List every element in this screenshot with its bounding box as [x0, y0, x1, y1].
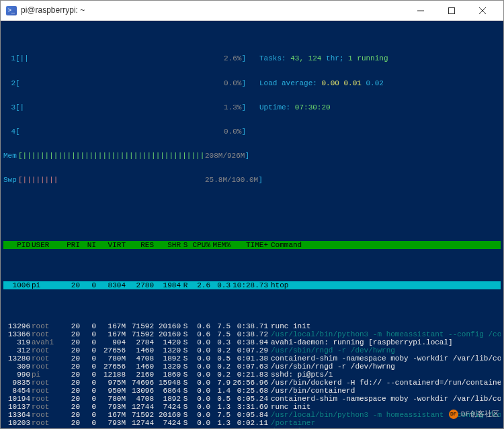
process-row[interactable]: 10137root200793M127447424S0.01.33:31.69r… — [3, 403, 501, 411]
window-title: pi@raspberrypi: ~ — [21, 6, 405, 15]
process-row[interactable]: 319avahi20090427841420S0.00.30:38.94avah… — [3, 338, 501, 346]
hdr-time[interactable]: TIME+ — [230, 241, 271, 249]
tasks-total: 124 — [308, 54, 322, 62]
cpu1-label: 1 — [3, 54, 15, 62]
mem-value: 208M/926M — [205, 152, 245, 160]
process-row[interactable]: 10202root200793M127447424S0.01.30:09.77/… — [3, 427, 501, 428]
load-3: 0.02 — [366, 79, 383, 87]
process-row[interactable]: 13280root200780M47081892S0.00.50:01.38co… — [3, 354, 501, 363]
watermark-text: DF创客社区 — [461, 410, 499, 418]
cpu2-bar: [ — [15, 79, 224, 87]
hdr-user[interactable]: USER — [32, 241, 62, 249]
cpu1-bar: [|| — [15, 54, 224, 62]
swp-value: 25.8M/100.0M — [205, 176, 258, 184]
hdr-cpu[interactable]: CPU% — [190, 241, 210, 249]
load-1: 0.00 — [321, 79, 339, 87]
tasks-threads: 43, — [290, 54, 304, 62]
cpu2-pct: 0.0% — [224, 79, 241, 87]
process-row[interactable]: 10194root200780M47081892S0.00.50:05.24co… — [3, 395, 501, 403]
process-row[interactable]: 9835root200975M7469615948S0.07.926:56.96… — [3, 379, 501, 387]
hdr-pri[interactable]: PRI — [62, 241, 80, 249]
cpu1-pct: 2.6% — [224, 54, 241, 62]
load-2: 0.01 — [343, 79, 361, 87]
hdr-cmd[interactable]: Command — [271, 241, 501, 249]
cpu3-pct: 1.3% — [224, 103, 241, 111]
cpu3-label: 3 — [3, 103, 15, 111]
watermark-icon: DF — [449, 410, 458, 419]
process-row[interactable]: 13364root200167M7159220160S0.07.50:05.84… — [3, 411, 501, 419]
load-label: Load average: — [259, 79, 317, 87]
process-row[interactable]: 13366root200167M7159220160S0.67.50:38.72… — [3, 330, 501, 338]
mem-bar: [|||||||||||||||||||||||||||||||||||||||… — [18, 152, 205, 160]
close-button[interactable] — [467, 1, 498, 21]
process-header[interactable]: PID USER PRI NI VIRT RES SHR S CPU% MEM%… — [3, 241, 501, 249]
hdr-shr[interactable]: SHR — [154, 241, 181, 249]
swp-label: Swp — [3, 176, 18, 184]
watermark: DF DF创客社区 — [449, 410, 499, 419]
minimize-button[interactable] — [405, 1, 436, 21]
process-list[interactable]: 13296root200167M7159220160S0.67.50:38.71… — [3, 322, 501, 428]
maximize-button[interactable] — [436, 1, 467, 21]
window-frame: >_ pi@raspberrypi: ~ 1 [|| 2.6%] Tasks: … — [0, 0, 504, 429]
hdr-mem[interactable]: MEM% — [210, 241, 230, 249]
process-row[interactable]: 309root2002765614601320S0.00.20:07.63/us… — [3, 363, 501, 371]
swp-bar: [|||||||| — [18, 176, 205, 184]
hdr-virt[interactable]: VIRT — [96, 241, 126, 249]
cpu4-label: 4 — [3, 128, 15, 136]
uptime-value: 07:30:20 — [295, 103, 331, 111]
cpu4-pct: 0.0% — [224, 128, 241, 136]
cpu4-bar: [ — [15, 128, 224, 136]
tasks-running: 1 running — [348, 54, 388, 62]
terminal-viewport[interactable]: 1 [|| 2.6%] Tasks: 43, 124 thr; 1 runnin… — [1, 21, 503, 428]
hdr-s[interactable]: S — [181, 241, 190, 249]
mem-label: Mem — [3, 152, 18, 160]
uptime-label: Uptime: — [259, 103, 290, 111]
titlebar[interactable]: >_ pi@raspberrypi: ~ — [1, 1, 503, 21]
process-row[interactable]: 10203root200793M127447424S0.01.30:02.11/… — [3, 419, 501, 427]
svg-rect-1 — [449, 7, 455, 13]
cpu3-bar: [| — [15, 103, 224, 111]
process-row[interactable]: 312root2002765614601320S0.00.20:07.29/us… — [3, 346, 501, 354]
tasks-label: Tasks: — [259, 54, 286, 62]
powershell-icon: >_ — [6, 6, 17, 15]
cpu2-label: 2 — [3, 79, 15, 87]
process-row[interactable]: 8454root200950M130966864S0.01.40:25.68/u… — [3, 387, 501, 395]
process-row[interactable]: 990pi2001218821601860S0.00.20:21.83sshd:… — [3, 371, 501, 379]
tasks-thr: thr; — [326, 54, 343, 62]
process-row[interactable]: 13296root200167M7159220160S0.67.50:38.71… — [3, 322, 501, 330]
hdr-ni[interactable]: NI — [80, 241, 96, 249]
process-row-selected[interactable]: 1006 pi 20 0 8304 2780 1984 R 2.6 0.3 10… — [3, 281, 501, 289]
hdr-pid[interactable]: PID — [3, 241, 32, 249]
hdr-res[interactable]: RES — [126, 241, 154, 249]
